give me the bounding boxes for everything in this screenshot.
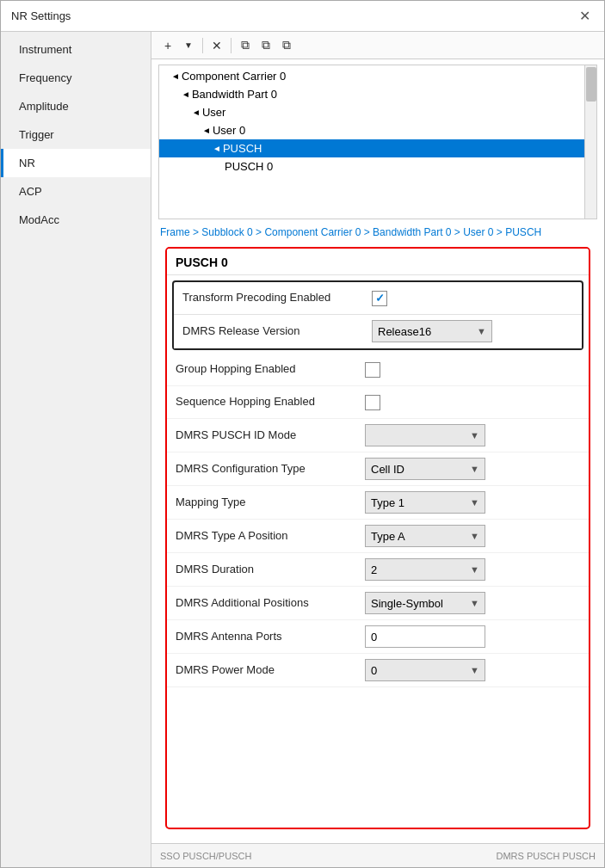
dmrs-antenna-ports-control: 0: [365, 625, 485, 648]
title-bar: NR Settings ✕: [1, 1, 604, 32]
sidebar-item-modacc[interactable]: ModAcc: [1, 206, 151, 234]
sequence-hopping-control: [365, 395, 485, 410]
arrow-icon: ◄: [202, 126, 211, 135]
transform-precoding-row: Transform Precoding Enabled: [174, 282, 582, 315]
sidebar-item-acp[interactable]: ACP: [1, 177, 151, 206]
dmrs-duration-control: 2 ▼: [365, 558, 485, 581]
arrow-icon: ◄: [213, 144, 221, 153]
dmrs-configuration-type-label: DMRS Configuration Type: [176, 461, 365, 477]
sequence-hopping-checkbox[interactable]: [365, 395, 380, 410]
sidebar-item-instrument[interactable]: Instrument: [1, 35, 151, 64]
tree-item-pusch-0[interactable]: PUSCH 0: [159, 157, 584, 175]
dmrs-type-a-position-row: DMRS Type A Position Type A ▼: [167, 520, 589, 553]
copy-button-1[interactable]: ⧉: [236, 35, 255, 55]
sidebar-item-trigger[interactable]: Trigger: [1, 120, 151, 149]
add-button[interactable]: +: [158, 36, 177, 55]
close-button[interactable]: ✕: [576, 8, 594, 24]
dmrs-configuration-type-dropdown[interactable]: Cell ID ▼: [365, 458, 485, 480]
tree-item-label: User: [202, 106, 225, 119]
breadcrumb-text: Frame > Subblock 0 > Component Carrier 0…: [160, 226, 541, 238]
sidebar-item-amplitude[interactable]: Amplitude: [1, 92, 151, 120]
dmrs-additional-positions-dropdown[interactable]: Single-Symbol ▼: [365, 592, 485, 614]
mapping-type-control: Type 1 ▼: [365, 491, 485, 514]
main-area: Instrument Frequency Amplitude Trigger N…: [1, 32, 604, 867]
copy-button-2[interactable]: ⧉: [256, 35, 275, 55]
dmrs-power-mode-value: 0: [371, 664, 377, 677]
toolbar-separator-2: [231, 38, 232, 53]
tree-scrollbar-thumb: [586, 67, 596, 102]
settings-panel: PUSCH 0 Transform Precoding Enabled: [165, 247, 590, 829]
group-hopping-label: Group Hopping Enabled: [176, 361, 365, 377]
dmrs-power-mode-label: DMRS Power Mode: [176, 662, 365, 678]
sequence-hopping-row: Sequence Hopping Enabled: [167, 386, 589, 419]
sequence-hopping-label: Sequence Hopping Enabled: [176, 394, 365, 409]
dmrs-pusch-id-mode-label: DMRS PUSCH ID Mode: [176, 428, 365, 443]
dmrs-release-version-dropdown[interactable]: Release16 ▼: [372, 320, 492, 342]
dmrs-pusch-id-mode-dropdown[interactable]: ▼: [365, 424, 485, 446]
transform-precoding-checkbox[interactable]: [372, 291, 387, 306]
sidebar-item-frequency[interactable]: Frequency: [1, 64, 151, 92]
tree-item-label: PUSCH: [223, 142, 262, 155]
dropdown-arrow-icon: ▼: [470, 665, 479, 675]
dmrs-configuration-type-row: DMRS Configuration Type Cell ID ▼: [167, 452, 589, 486]
copy-button-3[interactable]: ⧉: [277, 35, 296, 55]
dmrs-release-version-label: DMRS Release Version: [182, 323, 372, 339]
dropdown-arrow-icon: ▼: [470, 430, 479, 440]
tree-item-user-0[interactable]: ◄ User 0: [159, 121, 584, 139]
delete-button[interactable]: ✕: [207, 36, 226, 55]
content-area: + ▼ ✕ ⧉ ⧉ ⧉ ◄ Component Carrier 0: [151, 32, 604, 867]
dmrs-power-mode-dropdown[interactable]: 0 ▼: [365, 659, 485, 681]
arrow-icon: ◄: [182, 89, 190, 99]
sidebar-item-nr[interactable]: NR: [1, 149, 151, 177]
tree-item-user[interactable]: ◄ User: [159, 103, 584, 121]
dmrs-duration-row: DMRS Duration 2 ▼: [167, 553, 589, 587]
bottom-bar-left: SSO PUSCH/PUSCH: [160, 851, 251, 861]
breadcrumb: Frame > Subblock 0 > Component Carrier 0…: [151, 219, 604, 243]
window-title: NR Settings: [11, 9, 71, 22]
arrow-icon: ◄: [171, 71, 180, 81]
bottom-bar-right: DMRS PUSCH PUSCH: [496, 851, 596, 861]
group-hopping-row: Group Hopping Enabled: [167, 354, 589, 386]
dmrs-duration-dropdown[interactable]: 2 ▼: [365, 558, 485, 581]
dropdown-arrow-icon: ▼: [470, 497, 479, 508]
dropdown-arrow-button[interactable]: ▼: [179, 38, 198, 52]
dmrs-duration-label: DMRS Duration: [176, 562, 365, 577]
dmrs-pusch-id-mode-row: DMRS PUSCH ID Mode ▼: [167, 419, 589, 452]
dmrs-antenna-ports-input[interactable]: 0: [365, 625, 485, 648]
dmrs-type-a-position-dropdown[interactable]: Type A ▼: [365, 525, 485, 547]
dmrs-configuration-type-value: Cell ID: [371, 463, 404, 476]
dmrs-power-mode-control: 0 ▼: [365, 659, 485, 681]
sidebar: Instrument Frequency Amplitude Trigger N…: [1, 32, 151, 867]
tree-container: ◄ Component Carrier 0 ◄ Bandwidth Part 0…: [158, 65, 597, 219]
dmrs-power-mode-row: DMRS Power Mode 0 ▼: [167, 654, 589, 687]
tree-item-bandwidth-part-0[interactable]: ◄ Bandwidth Part 0: [159, 85, 584, 103]
transform-precoding-control: [372, 291, 492, 306]
tree-item-label: Bandwidth Part 0: [192, 88, 277, 101]
dropdown-arrow-icon: ▼: [477, 326, 486, 336]
highlighted-group: Transform Precoding Enabled DMRS Release…: [172, 280, 583, 350]
dmrs-antenna-ports-row: DMRS Antenna Ports 0: [167, 620, 589, 654]
dmrs-antenna-ports-label: DMRS Antenna Ports: [176, 629, 365, 644]
tree-items: ◄ Component Carrier 0 ◄ Bandwidth Part 0…: [159, 65, 584, 177]
tree-item-label: Component Carrier 0: [182, 70, 286, 83]
transform-precoding-label: Transform Precoding Enabled: [182, 290, 372, 305]
settings-panel-title: PUSCH 0: [167, 249, 589, 275]
dmrs-release-version-row: DMRS Release Version Release16 ▼: [174, 315, 582, 348]
tree-item-label: User 0: [213, 124, 245, 137]
toolbar-separator-1: [202, 38, 203, 53]
settings-rows: Transform Precoding Enabled DMRS Release…: [167, 275, 589, 828]
dmrs-release-version-control: Release16 ▼: [372, 320, 492, 342]
mapping-type-value: Type 1: [371, 496, 404, 509]
dmrs-release-version-value: Release16: [378, 325, 431, 338]
dmrs-configuration-type-control: Cell ID ▼: [365, 458, 485, 480]
tree-item-pusch[interactable]: ◄ PUSCH: [159, 139, 584, 157]
mapping-type-label: Mapping Type: [176, 495, 365, 510]
group-hopping-checkbox[interactable]: [365, 362, 380, 378]
group-hopping-control: [365, 362, 485, 378]
tree-item-component-carrier-0[interactable]: ◄ Component Carrier 0: [159, 67, 584, 85]
mapping-type-dropdown[interactable]: Type 1 ▼: [365, 491, 485, 514]
dmrs-pusch-id-mode-control: ▼: [365, 424, 485, 446]
tree-item-label: PUSCH 0: [225, 160, 273, 173]
nr-settings-window: NR Settings ✕ Instrument Frequency Ampli…: [0, 0, 605, 868]
tree-scrollbar[interactable]: [584, 65, 596, 219]
